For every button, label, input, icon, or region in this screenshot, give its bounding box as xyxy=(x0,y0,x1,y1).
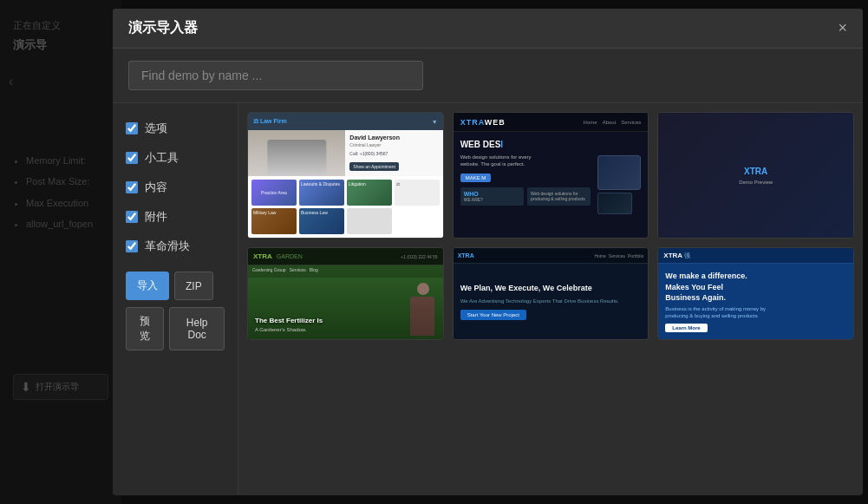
checkbox-options: 选项 xyxy=(126,121,225,136)
demo-card-garden-image: XTRA GARDEN +1 (013) 222 44 55 xyxy=(248,248,443,339)
demo-search-input[interactable] xyxy=(128,61,423,90)
demo-card-law-firm-image: ⚖ Law Firm ▼ David Lawyerson Criminal La… xyxy=(248,113,443,238)
checkbox-label-attachments: 附件 xyxy=(145,209,167,225)
demo-card-placeholder-1-image: XTRA Demo Preview xyxy=(658,113,853,238)
modal-body: 选项小工具内容附件革命滑块 导入 ZIP 预览 Help Doc ⚖ Law F… xyxy=(113,103,863,494)
demo-card-placeholder-1[interactable]: XTRA Demo Preview xyxy=(657,112,854,239)
demo-card-law-firm[interactable]: ⚖ Law Firm ▼ David Lawyerson Criminal La… xyxy=(247,112,444,239)
checkbox-label-options: 选项 xyxy=(145,121,167,136)
checkbox-widgets: 小工具 xyxy=(126,150,225,166)
demo-card-xtra-web[interactable]: XTRAWEB Home About Services WEB DESI Web… xyxy=(453,112,649,239)
demo-card-xtra-web-image: XTRAWEB Home About Services WEB DESI Web… xyxy=(454,113,649,238)
checkbox-label-widgets: 小工具 xyxy=(145,150,179,166)
modal-title: 演示导入器 xyxy=(128,19,198,37)
demo-card-business[interactable]: XTRA Home Services Portfolio We Plan, We… xyxy=(453,247,649,340)
checkbox-input-attachments[interactable] xyxy=(126,211,138,223)
demo-grid: ⚖ Law Firm ▼ David Lawyerson Criminal La… xyxy=(238,103,863,494)
demo-card-blue-business-image: XTRA 强 We make a difference.Makes You Fe… xyxy=(658,248,853,339)
checkbox-input-widgets[interactable] xyxy=(126,152,138,164)
checkbox-input-revolution[interactable] xyxy=(126,240,138,252)
checkbox-options: 选项小工具内容附件革命滑块 xyxy=(126,121,225,254)
modal-search-area xyxy=(113,49,863,103)
modal-close-button[interactable]: × xyxy=(838,19,847,37)
help-doc-button[interactable]: Help Doc xyxy=(169,307,225,350)
checkbox-attachments: 附件 xyxy=(126,209,225,225)
preview-button[interactable]: 预览 xyxy=(126,307,164,350)
checkbox-revolution: 革命滑块 xyxy=(126,239,225,254)
checkbox-label-revolution: 革命滑块 xyxy=(145,239,190,254)
demo-card-garden[interactable]: XTRA GARDEN +1 (013) 222 44 55 xyxy=(247,247,444,340)
action-buttons: 导入 ZIP 预览 Help Doc xyxy=(126,272,225,350)
checkbox-input-content[interactable] xyxy=(126,181,138,193)
checkbox-content: 内容 xyxy=(126,180,225,195)
import-options-panel: 选项小工具内容附件革命滑块 导入 ZIP 预览 Help Doc xyxy=(113,103,238,494)
checkbox-input-options[interactable] xyxy=(126,122,138,134)
import-button[interactable]: 导入 xyxy=(126,272,169,300)
modal-header: 演示导入器 × xyxy=(113,9,863,49)
demo-card-blue-business[interactable]: XTRA 强 We make a difference.Makes You Fe… xyxy=(657,247,854,340)
zip-button[interactable]: ZIP xyxy=(174,272,213,300)
demo-card-business-image: XTRA Home Services Portfolio We Plan, We… xyxy=(454,248,649,339)
demo-importer-modal: 演示导入器 × 选项小工具内容附件革命滑块 导入 ZIP 预览 Help Doc xyxy=(113,9,863,495)
checkbox-label-content: 内容 xyxy=(145,180,167,195)
